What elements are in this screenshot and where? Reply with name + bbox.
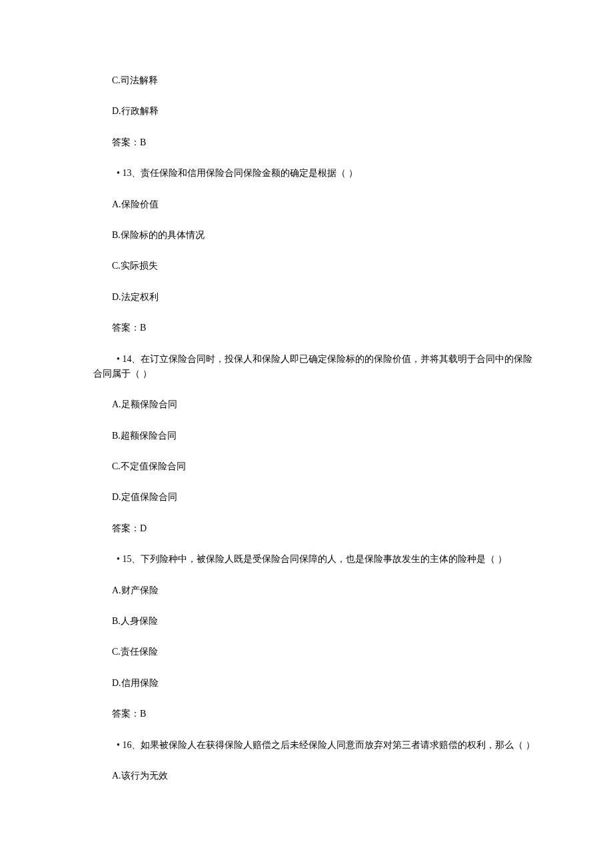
text-line: 答案：B: [93, 707, 540, 721]
text-line: • 13、责任保险和信用保险合同保险金额的确定是根据（ ）: [93, 166, 540, 181]
text-line: A.保险价值: [93, 197, 540, 212]
text-line: D.定值保险合同: [93, 490, 540, 505]
text-line: • 15、下列险种中，被保险人既是受保险合同保障的人，也是保险事故发生的主体的险…: [93, 552, 540, 567]
text-line: • 14、在订立保险合同时，投保人和保险人即已确定保险标的的保险价值，并将其载明…: [93, 352, 540, 382]
text-line: 答案：D: [93, 521, 540, 536]
text-line: A.财产保险: [93, 583, 540, 598]
text-line: D.法定权利: [93, 290, 540, 305]
text-line: D.行政解释: [93, 104, 540, 119]
text-line: 答案：B: [93, 321, 540, 335]
text-line: B.保险标的的具体情况: [93, 228, 540, 243]
text-line: 答案：B: [93, 135, 540, 150]
text-line: D.信用保险: [93, 676, 540, 691]
text-line: C.实际损失: [93, 259, 540, 273]
text-line: C.责任保险: [93, 645, 540, 659]
text-line: B.人身保险: [93, 614, 540, 629]
text-line: C.不定值保险合同: [93, 459, 540, 474]
text-line: C.司法解释: [93, 73, 540, 88]
text-line: B.超额保险合同: [93, 429, 540, 443]
text-line: A.足额保险合同: [93, 397, 540, 412]
text-line: • 16、如果被保险人在获得保险人赔偿之后未经保险人同意而放弃对第三者请求赔偿的…: [93, 738, 540, 753]
text-line: A.该行为无效: [93, 769, 540, 783]
